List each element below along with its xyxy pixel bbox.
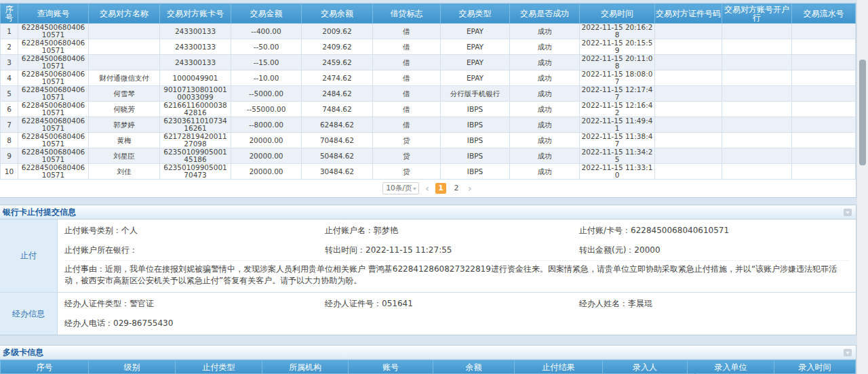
table-cell (792, 117, 856, 133)
table-cell: --55000.00 (231, 102, 302, 117)
table-row: 96228450068040610571刘星臣62350109905001451… (1, 148, 856, 164)
table-cell: 7484.62 (302, 102, 373, 117)
table-cell (792, 86, 856, 102)
scrollbar-thumb[interactable] (859, 60, 866, 165)
table-cell (722, 24, 792, 39)
field-row: 经办人证件类型：警官证 经办人证件号：051641 经办人姓名：李晨琨 (64, 294, 849, 314)
table-row: 36228450068040610571243300133--15.002459… (1, 55, 856, 70)
table-cell: IBPS (441, 164, 510, 180)
table-cell (655, 86, 722, 102)
table-cell: IBPS (441, 117, 510, 133)
table-cell: 成功 (510, 70, 580, 86)
table-cell: 借 (373, 24, 441, 39)
prev-page-button[interactable]: ‹ (424, 183, 431, 194)
table-row: 76228450068040610571郭梦婷62303611010734162… (1, 117, 856, 133)
table-cell (792, 39, 856, 55)
table-cell: EPAY (441, 55, 510, 70)
table-cell: 何雪琴 (89, 86, 160, 102)
table-cell (722, 164, 792, 180)
stop-payment-group: 止付 止付账号类别：个人 止付账户名：郭梦艳 止付账/卡号：6228450068… (0, 220, 856, 292)
table-cell: 成功 (510, 102, 580, 117)
table-cell: 2022-11-15 12:17:47 (580, 86, 655, 102)
table-cell: --50.00 (231, 39, 302, 55)
table-cell: 20000.00 (231, 148, 302, 164)
table-cell: 30484.62 (302, 164, 373, 180)
table-cell: 贷 (373, 148, 441, 164)
vertical-scrollbar[interactable] (856, 0, 868, 374)
page-button-2[interactable]: 2 (451, 183, 462, 194)
field-card-number: 止付账/卡号：6228450068040610571 (579, 225, 849, 236)
table-cell: 10 (1, 164, 18, 180)
column-header: 查询账号 (18, 4, 89, 24)
table-cell: 2 (1, 39, 18, 55)
table-cell: 借 (373, 70, 441, 86)
column-header: 所属机构 (262, 360, 349, 374)
collapse-icon[interactable] (844, 349, 852, 356)
column-header: 交易余额 (302, 4, 373, 24)
table-cell (655, 164, 722, 180)
table-cell: 6228450068040610571 (18, 117, 89, 133)
table-cell: IBPS (441, 102, 510, 117)
column-header: 序号 (1, 4, 18, 24)
table-cell: 借 (373, 117, 441, 133)
table-cell: 2009.62 (302, 24, 373, 39)
next-page-button[interactable]: › (467, 183, 473, 194)
field-transfer-amount: 转出金额(元)：20000 (579, 245, 849, 256)
table-cell: 成功 (510, 24, 580, 39)
column-header: 级别 (89, 360, 176, 374)
table-cell (792, 133, 856, 148)
pagination: 10条/页 ▾ ‹ 1 2 › (0, 180, 856, 197)
group-label-stop: 止付 (0, 220, 58, 292)
column-header: 交易对方账号开户行 (722, 4, 792, 24)
table-cell: 6230361101073416261 (160, 117, 231, 133)
page-size-select[interactable]: 10条/页 ▾ (382, 182, 419, 194)
column-header: 借贷标志 (373, 4, 441, 24)
table-cell: 刘星臣 (89, 148, 160, 164)
table-cell: IBPS (441, 148, 510, 164)
table-cell (722, 39, 792, 55)
table-cell: 2484.62 (302, 86, 373, 102)
table-cell (655, 24, 722, 39)
table-cell: 62484.62 (302, 117, 373, 133)
table-row: 56228450068040610571何雪琴90107130801001000… (1, 86, 856, 102)
handler-fields: 经办人证件类型：警官证 经办人证件号：051641 经办人姓名：李晨琨 经办人电… (58, 293, 856, 335)
column-header: 账号 (349, 360, 433, 374)
table-cell (89, 55, 160, 70)
table-cell (722, 70, 792, 86)
table-cell: 借 (373, 55, 441, 70)
table-cell (89, 39, 160, 55)
header-row: 序号查询账号交易对方名称交易对方账卡号交易金额交易余额借贷标志交易类型交易是否成… (1, 4, 856, 24)
table-row: 106228450068040610571刘佳62350109905001704… (1, 164, 856, 180)
field-row: 止付账号类别：个人 止付账户名：郭梦艳 止付账/卡号：6228450068040… (64, 221, 849, 241)
table-cell: 2022-11-15 11:34:25 (580, 148, 655, 164)
section-title: 多级卡信息 (3, 348, 43, 357)
table-cell: 6228450068040610571 (18, 70, 89, 86)
chevron-down-icon: ▾ (413, 186, 416, 192)
table-cell: 成功 (510, 117, 580, 133)
table-cell: 2022-11-15 20:16:28 (580, 24, 655, 39)
table-cell: 6228450068040610571 (18, 39, 89, 55)
column-header: 交易对方证件号码 (655, 4, 722, 24)
table-cell: 借 (373, 102, 441, 117)
column-header: 交易时间 (580, 4, 655, 24)
table-cell: --400.00 (231, 24, 302, 39)
group-label-handler: 经办信息 (0, 293, 58, 335)
table-cell: 6228450068040610571 (18, 55, 89, 70)
table-cell: 6228450068040610571 (18, 102, 89, 117)
column-header: 录入时间 (774, 360, 856, 374)
collapse-icon[interactable] (844, 209, 852, 216)
table-row: 66228450068040610571何晓芳62166116000038428… (1, 102, 856, 117)
table-cell: 6228450068040610571 (18, 24, 89, 39)
header-row: 序号级别止付类型所属机构账号余额止付结果录入人录入单位录入时间 (1, 360, 856, 374)
table-cell: --8000.00 (231, 117, 302, 133)
handler-info-group: 经办信息 经办人证件类型：警官证 经办人证件号：051641 经办人姓名：李晨琨… (0, 292, 856, 335)
table-cell: 6228450068040610571 (18, 133, 89, 148)
table-cell (655, 148, 722, 164)
column-header: 止付类型 (176, 360, 262, 374)
column-header: 交易对方名称 (89, 4, 160, 24)
page-button-1[interactable]: 1 (435, 183, 446, 194)
table-cell: 2022-11-15 20:11:08 (580, 55, 655, 70)
table-cell: 借 (373, 39, 441, 55)
transactions-panel: 序号查询账号交易对方名称交易对方账卡号交易金额交易余额借贷标志交易类型交易是否成… (0, 3, 856, 198)
field-transfer-time: 转出时间：2022-11-15 11:27:55 (325, 245, 579, 256)
